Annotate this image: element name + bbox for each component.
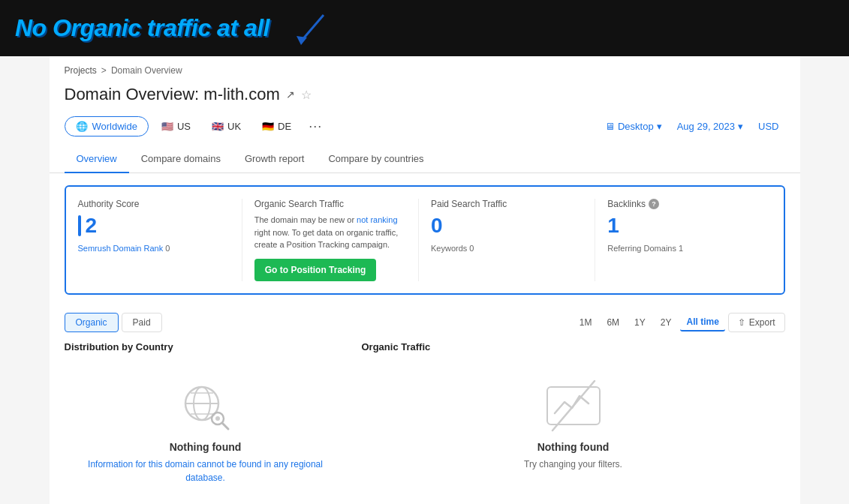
arrow-icon <box>278 8 339 49</box>
de-flag-icon: 🇩🇪 <box>262 121 274 132</box>
organic-tab[interactable]: Organic <box>65 313 119 332</box>
uk-flag-icon: 🇬🇧 <box>212 121 224 132</box>
paid-traffic-block: Paid Search Traffic 0 Keywords 0 <box>419 199 595 281</box>
breadcrumb: Projects > Domain Overview <box>50 56 800 79</box>
organic-traffic-label: Organic Search Traffic <box>254 199 406 209</box>
backlinks-label: Backlinks ? <box>607 199 759 209</box>
organic-nothing-title: Nothing found <box>537 441 610 453</box>
organic-traffic-block: Organic Search Traffic The domain may be… <box>242 199 419 281</box>
desktop-dropdown[interactable]: 🖥 Desktop ▾ <box>599 117 668 136</box>
paid-traffic-label: Paid Search Traffic <box>431 199 583 209</box>
domain-title: Domain Overview: m-lith.com <box>65 85 280 104</box>
svg-point-9 <box>215 416 220 421</box>
backlinks-value: 1 <box>607 214 759 238</box>
uk-button[interactable]: 🇬🇧 UK <box>203 116 249 136</box>
authority-score-block: Authority Score 2 Semrush Domain Rank 0 <box>78 199 242 281</box>
more-countries-button[interactable]: ··· <box>304 117 327 136</box>
main-content: Projects > Domain Overview Domain Overvi… <box>50 56 800 504</box>
organic-nothing-found: Nothing found Try changing your filters. <box>362 364 785 486</box>
paid-tab[interactable]: Paid <box>122 313 162 332</box>
metrics-card: Authority Score 2 Semrush Domain Rank 0 … <box>65 185 785 295</box>
distribution-title: Distribution by Country <box>65 341 347 352</box>
desktop-icon: 🖥 <box>605 121 615 132</box>
tab-compare-countries[interactable]: Compare by countries <box>316 146 435 173</box>
tab-overview[interactable]: Overview <box>65 146 129 173</box>
time-1m[interactable]: 1M <box>574 314 598 331</box>
date-dropdown[interactable]: Aug 29, 2023 ▾ <box>671 117 749 136</box>
time-2y[interactable]: 2Y <box>655 314 678 331</box>
export-icon: ⇧ <box>738 317 745 328</box>
banner-text: No Organic traffic at all <box>15 14 269 42</box>
referring-domains-sub: Referring Domains 1 <box>607 244 759 253</box>
authority-bar-icon <box>78 215 81 236</box>
top-banner: No Organic traffic at all <box>0 0 849 56</box>
chart-empty-icon <box>543 380 604 432</box>
paid-traffic-value: 0 <box>431 214 583 238</box>
external-link-icon[interactable]: ↗ <box>286 88 295 100</box>
chevron-down-icon: ▾ <box>657 121 662 132</box>
authority-score-label: Authority Score <box>78 199 230 209</box>
svg-line-8 <box>222 423 228 429</box>
distribution-column: Distribution by Country Nothing found <box>65 341 347 500</box>
breadcrumb-sep: > <box>101 65 107 76</box>
tab-compare-domains[interactable]: Compare domains <box>129 146 233 173</box>
two-col-layout: Distribution by Country Nothing found <box>65 341 785 500</box>
location-bar: 🌐 Worldwide 🇺🇸 US 🇬🇧 UK 🇩🇪 DE ··· 🖥 Desk… <box>50 113 800 146</box>
backlinks-help-icon[interactable]: ? <box>649 199 659 209</box>
organic-traffic-column: Organic Traffic Nothing found Try changi… <box>362 341 785 500</box>
position-tracking-button[interactable]: Go to Position Tracking <box>254 259 377 281</box>
de-button[interactable]: 🇩🇪 DE <box>254 116 300 136</box>
time-controls: 1M 6M 1Y 2Y All time ⇧ Export <box>574 313 785 332</box>
backlinks-block: Backlinks ? 1 Referring Domains 1 <box>595 199 771 281</box>
organic-nothing-desc: Try changing your filters. <box>524 458 622 471</box>
domain-header: Domain Overview: m-lith.com ↗ ☆ <box>50 79 800 113</box>
nav-tabs: Overview Compare domains Growth report C… <box>50 146 800 173</box>
export-button[interactable]: ⇧ Export <box>728 313 785 332</box>
organic-traffic-desc: The domain may be new or not ranking rig… <box>254 214 406 251</box>
currency-selector[interactable]: USD <box>752 117 784 136</box>
right-controls: 🖥 Desktop ▾ Aug 29, 2023 ▾ USD <box>599 117 785 136</box>
domain-rank-sub: Semrush Domain Rank 0 <box>78 244 230 253</box>
globe-icon: 🌐 <box>76 121 88 132</box>
keywords-sub: Keywords 0 <box>431 244 583 253</box>
time-all[interactable]: All time <box>680 314 724 332</box>
distribution-nothing-desc: Information for this domain cannot be fo… <box>80 458 332 484</box>
tab-growth-report[interactable]: Growth report <box>233 146 316 173</box>
svg-marker-1 <box>297 36 307 45</box>
svg-line-11 <box>552 381 595 430</box>
date-chevron-icon: ▾ <box>738 121 743 132</box>
map-search-icon <box>176 380 236 432</box>
authority-score-value: 2 <box>78 214 230 238</box>
breadcrumb-projects[interactable]: Projects <box>65 65 97 76</box>
organic-traffic-title: Organic Traffic <box>362 341 785 352</box>
time-1y[interactable]: 1Y <box>628 314 652 331</box>
us-flag-icon: 🇺🇸 <box>161 121 173 132</box>
favorite-icon[interactable]: ☆ <box>301 88 312 102</box>
content-tabs-row: Organic Paid 1M 6M 1Y 2Y All time ⇧ Expo… <box>65 313 785 332</box>
bottom-section: Organic Paid 1M 6M 1Y 2Y All time ⇧ Expo… <box>50 307 800 505</box>
distribution-nothing-found: Nothing found Information for this domai… <box>65 364 347 500</box>
time-6m[interactable]: 6M <box>601 314 625 331</box>
breadcrumb-current: Domain Overview <box>111 65 182 76</box>
worldwide-button[interactable]: 🌐 Worldwide <box>65 116 149 136</box>
distribution-nothing-title: Nothing found <box>170 441 242 453</box>
us-button[interactable]: 🇺🇸 US <box>153 116 199 136</box>
